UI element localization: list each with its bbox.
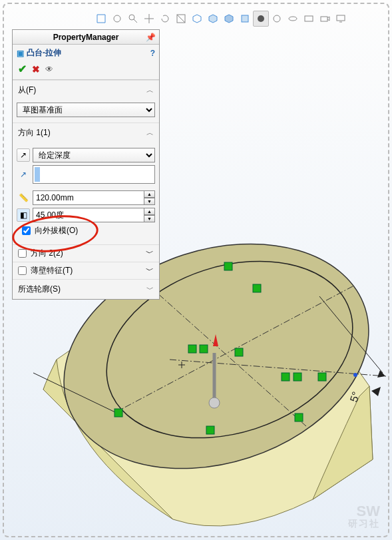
direction2-label: 方向 2(2) [31,248,63,259]
depth-icon: 📏 [17,191,30,204]
sketch-point[interactable] [353,373,357,377]
box2-icon[interactable] [205,11,221,27]
rotate-icon[interactable] [157,11,173,27]
sketch-marker[interactable] [200,345,208,353]
cancel-button[interactable]: ✖ [32,64,40,75]
camera-icon[interactable] [317,11,333,27]
svg-point-6 [258,15,264,22]
eye-icon[interactable] [285,11,301,27]
contours-section-header[interactable]: 所选轮廓(S) ﹀ [13,280,159,299]
depth-spinner[interactable]: ▲▼ [144,190,155,205]
display-icon[interactable] [333,11,349,27]
thin-feature-label: 薄壁特征(T) [31,265,73,276]
svg-point-1 [129,15,134,20]
direction-selection-box[interactable] [33,165,155,184]
reverse-direction-icon[interactable]: ↗ [17,148,30,162]
chevron-up-icon: ︿ [146,85,154,95]
view-toolbar [93,11,349,27]
graphics-area[interactable]: 5° PropertyManager 📌 ▣ 凸台-拉伸 ? [0,0,392,540]
svg-line-2 [134,19,137,23]
box-icon[interactable] [189,11,205,27]
panel-title: PropertyManager [53,33,119,42]
thin-feature-section-header[interactable]: 薄壁特征(T) ﹀ [13,262,159,279]
svg-point-8 [289,17,297,21]
dim-arrow-1 [377,370,385,378]
drag-handle-ball[interactable] [209,398,220,408]
box3-icon[interactable] [221,11,237,27]
direction2-section-header[interactable]: 方向 2(2) ﹀ [13,245,159,262]
end-condition-select[interactable]: 给定深度 [33,148,155,162]
dim-ext-1 [319,296,383,373]
sketch-marker[interactable] [224,262,232,270]
chevron-down-icon: ﹀ [146,248,154,259]
svg-rect-9 [305,16,313,21]
feature-name-row: ▣ 凸台-拉伸 [17,47,61,59]
svg-point-7 [274,15,280,22]
axis-horizontal [170,360,386,376]
from-section-header[interactable]: 从(F) ︿ [13,81,159,100]
zoom-icon[interactable] [125,11,141,27]
pan-icon[interactable] [141,11,157,27]
appearance-icon[interactable] [269,11,285,27]
dim-ext-2 [33,373,116,413]
sketch-marker[interactable] [206,426,214,434]
svg-point-0 [114,15,120,22]
centerline-2 [150,286,306,426]
sketch-marker[interactable] [295,413,303,421]
panel-header: PropertyManager 📌 [13,30,159,45]
chevron-down-icon: ﹀ [146,265,154,276]
plane-back-icon[interactable] [109,11,125,27]
svg-line-4 [177,15,185,23]
chevron-down-icon: ﹀ [146,284,154,294]
extrude-icon: ▣ [17,49,24,58]
pin-icon[interactable]: 📌 [144,31,156,43]
body-side-face-2 [313,386,373,499]
watermark-big: SW [348,504,380,519]
origin-arrow-red [213,334,218,346]
ok-button[interactable]: ✔ [18,63,27,75]
section-icon[interactable] [173,11,189,27]
help-icon[interactable]: ? [150,49,155,58]
shaded-icon[interactable] [237,11,253,27]
origin-marker [178,362,185,368]
watermark: SW 研习社 [348,504,380,528]
direction1-section-header[interactable]: 方向 1(1) ︿ [13,123,159,142]
direction2-checkbox[interactable] [18,249,27,258]
centerline-1 [114,286,353,413]
scene-icon[interactable] [301,11,317,27]
feature-name: 凸台-拉伸 [27,47,61,59]
body-top-face [43,360,173,519]
dim-arrow-2 [371,387,381,396]
draft-icon[interactable] [253,11,269,27]
sketch-marker[interactable] [188,345,196,353]
sketch-marker[interactable] [235,348,243,356]
contours-label: 所选轮廓(S) [18,284,61,295]
watermark-small: 研习社 [348,519,380,528]
sketch-marker[interactable] [253,284,261,292]
sketch-marker[interactable] [318,373,326,381]
from-label: 从(F) [18,85,36,96]
depth-input[interactable] [33,190,144,205]
chevron-up-icon: ︿ [146,128,154,138]
draft-angle-icon[interactable]: ◧ [17,208,30,222]
draft-input[interactable] [33,208,144,222]
thin-feature-checkbox[interactable] [18,266,27,275]
direction1-label: 方向 1(1) [18,127,51,138]
sketch-marker[interactable] [282,373,290,381]
plane-front-icon[interactable] [93,11,109,27]
svg-rect-5 [242,15,248,22]
direction-arrow-icon[interactable]: ↗ [17,168,30,181]
property-manager-panel: PropertyManager 📌 ▣ 凸台-拉伸 ? ✔ ✖ 👁 从(F) ︿… [12,29,160,300]
body-side-face [43,266,373,526]
dimension-text[interactable]: 5° [348,390,362,404]
draft-outward-checkbox[interactable] [22,226,31,235]
from-condition-select[interactable]: 草图基准面 [17,103,155,117]
draft-spinner[interactable]: ▲▼ [144,208,155,222]
sketch-marker[interactable] [294,373,301,381]
svg-rect-11 [337,15,345,21]
sketch-marker[interactable] [114,409,122,417]
draft-outward-label: 向外拔模(O) [35,225,78,236]
preview-icon[interactable]: 👁 [45,65,53,74]
svg-rect-10 [321,17,327,21]
